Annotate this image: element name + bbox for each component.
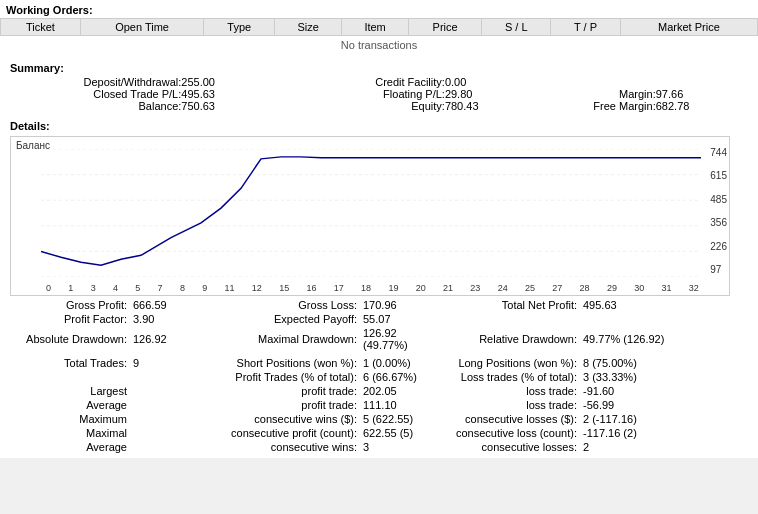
details-section: Details: Баланс 744 615 485 356 226 97 [0,116,758,458]
details-header: Details: [10,118,748,134]
max-consec-wins-label: consecutive wins ($): [200,412,360,426]
closed-pl-value: 495.63 [181,88,286,100]
average-loss-value: -56.99 [580,398,748,412]
chart-x-labels: 0134578911121516171819202123242527282930… [46,283,699,293]
chart-svg [41,149,701,277]
col-item: Item [342,19,409,36]
long-positions-label: Long Positions (won %): [430,356,580,370]
short-positions-value: 1 (0.00%) [360,356,430,370]
average-row2-label: Average [10,440,130,454]
maximal-consec-loss-value: -117.16 (2) [580,426,748,440]
total-trades-value: 9 [130,356,200,370]
gross-loss-value: 170.96 [360,298,430,312]
working-orders-header: Working Orders: [0,0,758,18]
maximal-consec-loss-label: consecutive loss (count): [430,426,580,440]
maximal-consec-profit-value: 622.55 (5) [360,426,430,440]
max-consec-wins-value: 5 (622.55) [360,412,430,426]
short-positions-label: Short Positions (won %): [200,356,360,370]
total-net-profit-label: Total Net Profit: [430,298,580,312]
working-orders-title: Working Orders: [6,4,93,16]
total-net-profit-value: 495.63 [580,298,748,312]
largest-profit-label: profit trade: [200,384,360,398]
deposit-label: Deposit/Withdrawal: [10,76,181,88]
summary-title: Summary: [10,62,64,74]
deposit-value: 255.00 [181,76,286,88]
avg-consec-losses-value: 2 [580,440,748,454]
working-orders-table: Ticket Open Time Type Size Item Price S … [0,18,758,54]
credit-facility-value: 0.00 [445,76,524,88]
rel-drawdown-label: Relative Drawdown: [430,326,580,352]
credit-facility-label: Credit Facility: [287,76,445,88]
abs-drawdown-label: Absolute Drawdown: [10,326,130,352]
summary-section: Summary: Deposit/Withdrawal: 255.00 Cred… [0,54,758,116]
margin-value: 97.66 [656,88,748,100]
long-positions-value: 8 (75.00%) [580,356,748,370]
gross-profit-value: 666.59 [130,298,200,312]
average-loss-label: loss trade: [430,398,580,412]
largest-loss-label: loss trade: [430,384,580,398]
balance-value: 750.63 [181,100,286,112]
expected-payoff-label: Expected Payoff: [200,312,360,326]
main-container: Working Orders: Ticket Open Time Type Si… [0,0,758,458]
col-price: Price [409,19,482,36]
free-margin-value: 682.78 [656,100,748,112]
col-market-price: Market Price [620,19,757,36]
closed-pl-label: Closed Trade P/L: [10,88,181,100]
avg-consec-wins-label: consecutive wins: [200,440,360,454]
total-trades-label: Total Trades: [10,356,130,370]
average-profit-label: profit trade: [200,398,360,412]
chart-y-labels: 744 615 485 356 226 97 [710,147,727,275]
profit-trades-value: 6 (66.67%) [360,370,430,384]
margin-label: Margin: [524,88,656,100]
maximum-row-label: Maximum [10,412,130,426]
gross-profit-label: Gross Profit: [10,298,130,312]
floating-pl-label: Floating P/L: [287,88,445,100]
rel-drawdown-value: 49.77% (126.92) [580,326,748,352]
equity-label: Equity: [287,100,445,112]
max-consec-losses-value: 2 (-117.16) [580,412,748,426]
average-row-label: Average [10,398,130,412]
col-open-time: Open Time [80,19,203,36]
abs-drawdown-value: 126.92 [130,326,200,352]
equity-value: 780.43 [445,100,524,112]
profit-factor-label: Profit Factor: [10,312,130,326]
avg-consec-losses-label: consecutive losses: [430,440,580,454]
profit-trades-label: Profit Trades (% of total): [200,370,360,384]
col-type: Type [204,19,275,36]
free-margin-label: Free Margin: [524,100,656,112]
col-tp: T / P [551,19,621,36]
max-drawdown-value: 126.92 (49.77%) [360,326,430,352]
max-consec-losses-label: consecutive losses ($): [430,412,580,426]
chart-container: Баланс 744 615 485 356 226 97 [10,136,730,296]
col-sl: S / L [482,19,551,36]
profit-factor-value: 3.90 [130,312,200,326]
stats-table: Gross Profit: 666.59 Gross Loss: 170.96 … [10,298,748,454]
max-drawdown-label: Maximal Drawdown: [200,326,360,352]
largest-profit-value: 202.05 [360,384,430,398]
largest-row-label: Largest [10,384,130,398]
summary-table: Deposit/Withdrawal: 255.00 Credit Facili… [10,76,748,112]
col-size: Size [275,19,342,36]
gross-loss-label: Gross Loss: [200,298,360,312]
floating-pl-value: 29.80 [445,88,524,100]
loss-trades-label: Loss trades (% of total): [430,370,580,384]
expected-payoff-value: 55.07 [360,312,430,326]
maximal-row-label: Maximal [10,426,130,440]
no-transactions: No transactions [1,36,758,55]
maximal-consec-profit-label: consecutive profit (count): [200,426,360,440]
details-title: Details: [10,120,50,132]
summary-header: Summary: [10,58,748,76]
largest-loss-value: -91.60 [580,384,748,398]
avg-consec-wins-value: 3 [360,440,430,454]
balance-label: Balance: [10,100,181,112]
col-ticket: Ticket [1,19,81,36]
loss-trades-value: 3 (33.33%) [580,370,748,384]
average-profit-value: 111.10 [360,398,430,412]
